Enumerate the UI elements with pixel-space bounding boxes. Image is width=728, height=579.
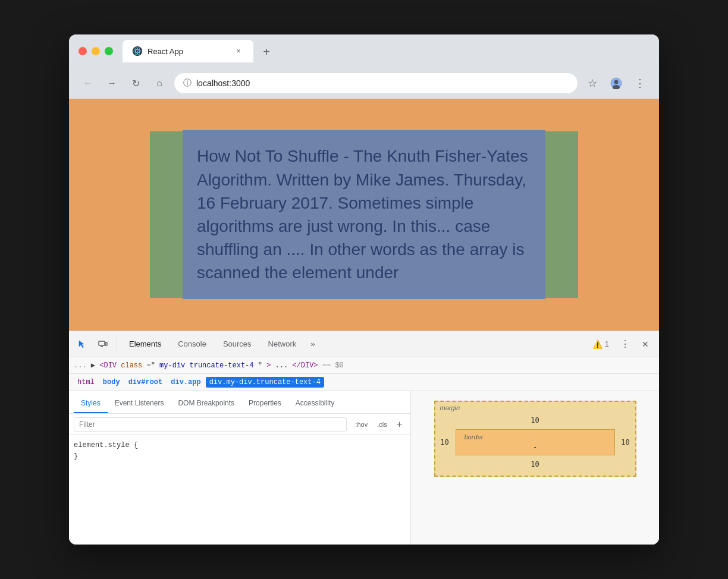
breadcrumb-div-root[interactable]: div#root	[125, 377, 167, 388]
breadcrumb-div-app[interactable]: div.app	[167, 377, 204, 388]
article-text: How Not To Shuffle - The Knuth Fisher-Ya…	[197, 144, 531, 284]
warning-count: 1	[605, 339, 609, 348]
menu-dots-icon: ⋮	[635, 77, 645, 90]
element-picker-button[interactable]	[74, 335, 92, 353]
settings-dots-icon: ⋮	[620, 338, 630, 350]
back-icon: ←	[83, 78, 93, 89]
title-bar: React App × +	[69, 34, 659, 68]
breadcrumb-row: html body div#root div.app div.my-div.tr…	[69, 374, 659, 391]
inspector-icon	[78, 339, 87, 349]
tab-console[interactable]: Console	[171, 336, 214, 352]
forward-button[interactable]: →	[102, 74, 121, 93]
tab-bar: React App × +	[123, 40, 649, 62]
margin-left: 10	[439, 438, 451, 446]
styles-filter-row: :hov .cls +	[69, 414, 410, 435]
styles-panel: Styles Event Listeners DOM Breakpoints P…	[69, 391, 411, 545]
bookmark-button[interactable]: ☆	[583, 74, 602, 93]
warning-badge[interactable]: ⚠️ 1	[588, 337, 614, 351]
browser-menu-button[interactable]: ⋮	[630, 74, 649, 93]
new-tab-button[interactable]: +	[256, 41, 277, 62]
home-icon: ⌂	[156, 78, 162, 89]
styles-tab-dom-breakpoints[interactable]: DOM Breakpoints	[171, 394, 241, 413]
warning-icon: ⚠️	[592, 339, 603, 349]
dom-path-text: ... ▶ <DIV class =" my-div truncate-text…	[74, 361, 344, 370]
info-icon: ⓘ	[183, 78, 192, 89]
minimize-button[interactable]	[92, 47, 100, 55]
devtools-panels: Styles Event Listeners DOM Breakpoints P…	[69, 391, 659, 545]
address-text: localhost:3000	[196, 78, 569, 88]
more-tabs-button[interactable]: »	[306, 336, 319, 352]
traffic-lights	[79, 47, 113, 55]
styles-filter-input[interactable]	[74, 417, 347, 432]
green-container: How Not To Shuffle - The Knuth Fisher-Ya…	[150, 131, 578, 298]
styles-tabs: Styles Event Listeners DOM Breakpoints P…	[69, 391, 410, 414]
svg-point-4	[137, 51, 138, 52]
nav-bar: ← → ↻ ⌂ ⓘ localhost:3000 ☆ ⋮	[69, 68, 659, 99]
svg-rect-10	[105, 342, 107, 345]
devtools-toolbar: Elements Console Sources Network » ⚠️ 1 …	[69, 331, 659, 357]
breadcrumb-html[interactable]: html	[74, 377, 98, 388]
tab-sources[interactable]: Sources	[216, 336, 259, 352]
margin-right: 10	[620, 438, 632, 446]
margin-bottom-spacer	[435, 471, 635, 476]
tab-title: React App	[148, 47, 228, 56]
text-box: How Not To Shuffle - The Knuth Fisher-Ya…	[183, 130, 545, 298]
tab-network[interactable]: Network	[261, 336, 304, 352]
tab-close-button[interactable]: ×	[233, 46, 244, 56]
devtools-close-button[interactable]: ✕	[636, 335, 654, 353]
margin-label: margin	[435, 402, 635, 414]
device-mode-icon	[98, 339, 108, 349]
address-bar[interactable]: ⓘ localhost:3000	[174, 73, 578, 94]
box-model-panel: margin 10 10 border	[411, 391, 659, 545]
device-mode-button[interactable]	[94, 335, 112, 353]
styles-content: element.style { }	[69, 435, 410, 545]
tab-elements[interactable]: Elements	[122, 336, 168, 352]
reload-icon: ↻	[132, 78, 140, 89]
svg-marker-8	[79, 341, 84, 348]
margin-bottom: 10	[435, 458, 635, 471]
devtools-panel: Elements Console Sources Network » ⚠️ 1 …	[69, 331, 659, 545]
breadcrumb-body[interactable]: body	[99, 377, 124, 388]
devtools-right-actions: ⚠️ 1 ⋮ ✕	[588, 335, 654, 353]
margin-sides: 10 border - 10	[435, 427, 635, 458]
filter-actions: :hov .cls +	[352, 418, 406, 431]
styles-tab-accessibility[interactable]: Accessibility	[288, 394, 341, 413]
reload-button[interactable]: ↻	[126, 74, 145, 93]
browser-tab[interactable]: React App ×	[123, 40, 253, 62]
profile-button[interactable]	[607, 74, 626, 93]
styles-tab-event-listeners[interactable]: Event Listeners	[108, 394, 171, 413]
dom-area: ... ▶ <DIV class =" my-div truncate-text…	[69, 357, 659, 391]
add-style-button[interactable]: +	[393, 418, 406, 431]
breadcrumb-selected[interactable]: div.my-div.truncate-text-4	[206, 377, 324, 388]
svg-rect-9	[99, 341, 105, 345]
hov-button[interactable]: :hov	[352, 420, 371, 429]
star-icon: ☆	[588, 77, 597, 90]
styles-tab-properties[interactable]: Properties	[241, 394, 288, 413]
devtools-settings-button[interactable]: ⋮	[616, 335, 634, 353]
box-model: margin 10 10 border	[434, 401, 636, 477]
border-box: border -	[456, 429, 615, 455]
maximize-button[interactable]	[105, 47, 113, 55]
svg-point-6	[614, 80, 619, 84]
dom-path-row: ... ▶ <DIV class =" my-div truncate-text…	[69, 357, 659, 374]
cls-button[interactable]: .cls	[374, 420, 391, 429]
forward-icon: →	[107, 78, 117, 89]
page-content: How Not To Shuffle - The Knuth Fisher-Ya…	[69, 99, 659, 331]
browser-window: React App × + ← → ↻ ⌂ ⓘ localhost:3000 ☆	[69, 34, 659, 545]
react-favicon	[132, 46, 143, 56]
close-button[interactable]	[79, 47, 87, 55]
home-button[interactable]: ⌂	[150, 74, 169, 93]
close-icon: ✕	[642, 339, 649, 349]
profile-avatar-icon	[610, 77, 622, 89]
toolbar-separator	[117, 337, 117, 351]
back-button[interactable]: ←	[79, 74, 98, 93]
styles-tab-styles[interactable]: Styles	[74, 394, 108, 413]
style-rule: element.style { }	[74, 440, 406, 462]
border-value: -	[533, 443, 537, 451]
margin-top: 10	[435, 414, 635, 427]
